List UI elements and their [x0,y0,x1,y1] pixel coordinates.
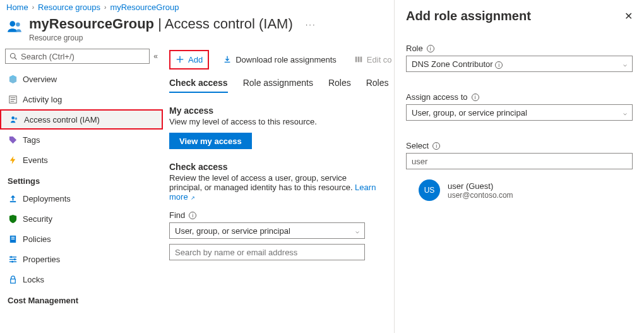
tab-check-access[interactable]: Check access [169,78,228,93]
check-access-desc: Review the level of access a user, group… [169,173,378,202]
info-icon[interactable]: i [495,61,503,69]
breadcrumb-group-name[interactable]: myResourceGroup [110,3,179,12]
check-access-title: Check access [169,162,378,172]
cube-icon [8,75,18,84]
check-access-section: Check access Review the level of access … [169,162,378,260]
svg-point-18 [13,258,15,260]
info-icon[interactable]: i [432,142,440,150]
result-email: user@contoso.com [448,191,513,200]
svg-rect-12 [11,236,15,237]
page-subtitle: Resource group [29,33,293,42]
svg-point-9 [15,117,17,119]
add-button[interactable]: Add [172,52,206,67]
tab-roles[interactable]: Roles [328,78,351,93]
select-input[interactable] [406,153,633,169]
tab-role-assignments[interactable]: Role assignments [243,78,313,93]
view-my-access-button[interactable]: View my access [169,133,252,149]
svg-point-17 [10,256,12,258]
columns-icon [354,55,363,64]
download-icon [223,55,232,64]
tab-roles-cutoff[interactable]: Roles [366,78,389,93]
tag-icon [8,135,18,145]
panel-title: Add role assignment [406,9,531,23]
svg-rect-10 [9,201,15,202]
sidebar-item-deployments[interactable]: Deployments [0,188,163,209]
chevron-down-icon: ⌵ [623,109,627,116]
edit-columns-button[interactable]: Edit co [350,52,396,67]
download-assignments-button[interactable]: Download role assignments [219,52,340,67]
people-icon [6,16,23,37]
chevron-down-icon: ⌵ [623,61,627,68]
lock-icon [8,275,18,284]
shield-icon [8,214,18,224]
user-result-row[interactable]: US user (Guest) user@contoso.com [419,179,633,201]
breadcrumb-resource-groups[interactable]: Resource groups [38,3,100,12]
svg-point-2 [11,54,16,59]
find-label: Find i [169,210,378,220]
svg-line-3 [15,58,16,59]
svg-point-0 [9,21,15,27]
select-label: Select i [406,141,633,150]
role-dropdown[interactable]: DNS Zone Contributor i ⌵ [406,56,633,72]
collapse-sidebar-button[interactable]: « [153,52,158,61]
plus-icon [176,55,184,64]
more-menu[interactable]: ··· [306,20,316,29]
role-label: Role i [406,44,633,53]
svg-point-19 [11,260,13,262]
breadcrumb-home[interactable]: Home [6,3,28,12]
log-icon [8,95,18,104]
sidebar-search-input[interactable]: Search (Ctrl+/) [5,49,150,64]
sidebar-section-settings: Settings [0,170,163,188]
search-icon [9,52,17,60]
avatar: US [419,179,440,201]
people-icon [9,115,19,124]
sidebar-item-security[interactable]: Security [0,209,163,229]
close-icon[interactable]: ✕ [624,10,633,22]
sidebar-item-activity-log[interactable]: Activity log [0,89,163,109]
svg-point-1 [16,23,20,27]
sidebar: Search (Ctrl+/) « Overview Activity log … [0,47,163,333]
policy-icon [8,234,18,244]
sidebar-section-cost: Cost Management [0,289,163,308]
result-name: user (Guest) [448,181,513,191]
add-role-assignment-panel: Add role assignment ✕ Role i DNS Zone Co… [394,0,644,333]
info-icon[interactable]: i [427,45,434,52]
info-icon[interactable]: i [189,212,196,219]
external-link-icon: ↗ [189,195,195,201]
assign-access-label: Assign access to i [406,92,633,102]
svg-rect-13 [11,238,15,239]
sidebar-item-tags[interactable]: Tags [0,130,163,150]
assign-access-dropdown[interactable]: User, group, or service principal ⌵ [406,104,633,121]
sidebar-item-policies[interactable]: Policies [0,229,163,249]
my-access-title: My access [169,106,378,116]
svg-rect-20 [10,279,15,283]
my-access-desc: View my level of access to this resource… [169,117,378,126]
lightning-icon [8,155,18,165]
find-search-input[interactable] [169,244,365,260]
sidebar-item-access-control[interactable]: Access control (IAM) [0,109,163,130]
upload-icon [8,194,18,203]
find-dropdown[interactable]: User, group, or service principal ⌵ [169,222,365,239]
info-icon[interactable]: i [472,94,479,101]
chevron-down-icon: ⌵ [355,227,359,234]
svg-rect-26 [360,57,362,63]
svg-rect-24 [355,57,357,63]
chevron-right-icon: › [32,4,34,11]
sidebar-item-properties[interactable]: Properties [0,249,163,269]
sidebar-item-events[interactable]: Events [0,150,163,170]
sliders-icon [8,255,18,264]
svg-rect-25 [358,57,360,63]
page-title: myResourceGroup | Access control (IAM) [29,16,293,32]
sidebar-item-locks[interactable]: Locks [0,269,163,289]
sidebar-item-overview[interactable]: Overview [0,69,163,89]
my-access-section: My access View my level of access to thi… [169,106,378,149]
svg-point-8 [11,116,15,119]
chevron-right-icon: › [104,4,106,11]
